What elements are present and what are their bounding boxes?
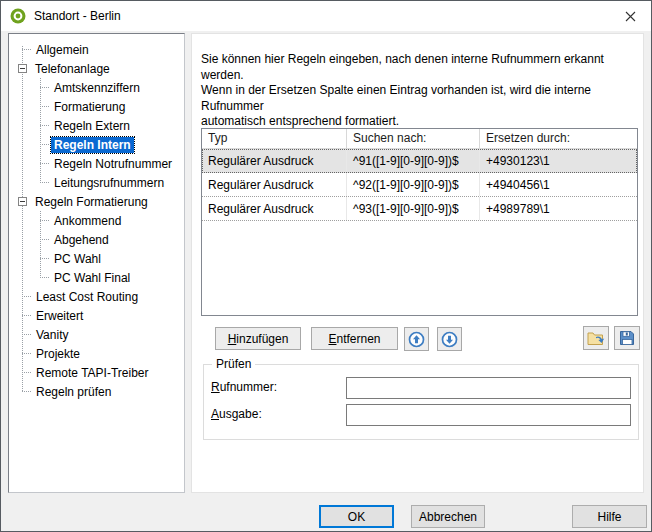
tree-item-remote-tapi-treiber[interactable]: Remote TAPI-Treiber xyxy=(9,363,184,382)
tree-connector xyxy=(40,106,49,107)
open-folder-icon xyxy=(587,330,605,346)
description-text: Sie können hier Regeln eingeben, nach de… xyxy=(201,52,639,130)
save-rules-button[interactable] xyxy=(614,326,640,350)
tree-item-abgehend[interactable]: Abgehend xyxy=(9,230,184,249)
title-bar: Standort - Berlin xyxy=(1,1,651,31)
tree-collapse-toggle[interactable] xyxy=(18,64,27,73)
description-line: Sie können hier Regeln eingeben, nach de… xyxy=(201,52,639,83)
column-header-ersetzen-durch[interactable]: Ersetzen durch: xyxy=(480,129,637,149)
up-arrow-icon xyxy=(408,331,425,348)
tree-item-allgemein[interactable]: Allgemein xyxy=(9,40,184,59)
tree-connector xyxy=(22,334,31,335)
table-header: Typ Suchen nach: Ersetzen durch: xyxy=(202,129,637,149)
dialog-standort-berlin: Standort - Berlin Allgemein Telefonanlag… xyxy=(0,0,652,532)
settings-tree: Allgemein Telefonanlage Amtskennziffern … xyxy=(8,33,185,493)
close-icon xyxy=(625,11,636,22)
rules-table: Typ Suchen nach: Ersetzen durch: Regulär… xyxy=(201,128,638,316)
cell-typ: Regulärer Ausdruck xyxy=(202,149,347,172)
tree-connector xyxy=(40,258,49,259)
tree-item-erweitert[interactable]: Erweitert xyxy=(9,306,184,325)
cell-typ: Regulärer Ausdruck xyxy=(202,197,347,220)
cell-typ: Regulärer Ausdruck xyxy=(202,173,347,196)
tree-connector xyxy=(22,315,31,316)
ausgabe-label: Ausgabe: xyxy=(211,403,262,423)
column-header-suchen-nach[interactable]: Suchen nach: xyxy=(347,129,480,149)
rufnummer-label: Rufnummer: xyxy=(211,376,277,396)
tree-item-regeln-notrufnummer[interactable]: Regeln Notrufnummer xyxy=(9,154,184,173)
remove-button[interactable]: Entfernen xyxy=(311,327,398,350)
tree-connector xyxy=(40,277,49,278)
tree-item-regeln-formatierung[interactable]: Regeln Formatierung xyxy=(9,192,184,211)
description-line: Wenn in der Ersetzen Spalte einen Eintra… xyxy=(201,83,639,114)
table-row[interactable]: Regulärer Ausdruck ^93([1-9][0-9][0-9])$… xyxy=(202,197,637,221)
cell-suchen: ^92([1-9][0-9][0-9])$ xyxy=(347,173,480,196)
tree-connector xyxy=(22,391,31,392)
tree-connector xyxy=(40,125,49,126)
save-floppy-icon xyxy=(619,330,635,346)
tree-item-amtskennziffern[interactable]: Amtskennziffern xyxy=(9,78,184,97)
ok-button[interactable]: OK xyxy=(319,505,394,528)
tree-item-regeln-intern-selected[interactable]: Regeln Intern xyxy=(9,135,184,154)
window-title: Standort - Berlin xyxy=(34,9,121,23)
tree-item-projekte[interactable]: Projekte xyxy=(9,344,184,363)
groupbox-title: Prüfen xyxy=(212,357,255,371)
table-row[interactable]: Regulärer Ausdruck ^92([1-9][0-9][0-9])$… xyxy=(202,173,637,197)
tree-item-leitungsrufnummern[interactable]: Leitungsrufnummern xyxy=(9,173,184,192)
tree-item-least-cost-routing[interactable]: Least Cost Routing xyxy=(9,287,184,306)
cell-ersetzen: +4930123\1 xyxy=(480,149,637,172)
down-arrow-icon xyxy=(441,331,458,348)
ausgabe-input[interactable] xyxy=(346,404,631,426)
cancel-button[interactable]: Abbrechen xyxy=(411,505,485,528)
tree-item-formatierung[interactable]: Formatierung xyxy=(9,97,184,116)
tree-connector xyxy=(40,182,49,183)
tree-item-telefonanlage[interactable]: Telefonanlage xyxy=(9,59,184,78)
column-header-typ[interactable]: Typ xyxy=(202,129,347,149)
app-icon xyxy=(10,8,26,24)
tree-connector xyxy=(22,372,31,373)
tree-connector xyxy=(40,163,49,164)
add-button[interactable]: Hinzufügen xyxy=(215,327,301,350)
tree-item-regeln-extern[interactable]: Regeln Extern xyxy=(9,116,184,135)
tree-connector xyxy=(22,49,31,50)
tree-connector xyxy=(22,353,31,354)
import-rules-button[interactable] xyxy=(583,326,609,350)
tree-connector xyxy=(22,296,31,297)
cell-suchen: ^91([1-9][0-9][0-9])$ xyxy=(347,149,480,172)
tree-item-pc-wahl[interactable]: PC Wahl xyxy=(9,249,184,268)
cell-ersetzen: +4940456\1 xyxy=(480,173,637,196)
rufnummer-input[interactable] xyxy=(346,377,631,399)
table-row-selected[interactable]: Regulärer Ausdruck ^91([1-9][0-9][0-9])$… xyxy=(202,149,637,173)
tree-connector xyxy=(40,144,49,145)
tree-item-pc-wahl-final[interactable]: PC Wahl Final xyxy=(9,268,184,287)
cell-suchen: ^93([1-9][0-9][0-9])$ xyxy=(347,197,480,220)
move-up-button[interactable] xyxy=(404,327,429,351)
tree-item-ankommend[interactable]: Ankommend xyxy=(9,211,184,230)
tree-connector xyxy=(40,87,49,88)
tree-collapse-toggle[interactable] xyxy=(18,197,27,206)
tree-connector xyxy=(40,220,49,221)
help-button[interactable]: Hilfe xyxy=(572,505,647,528)
tree-connector xyxy=(40,239,49,240)
cell-ersetzen: +4989789\1 xyxy=(480,197,637,220)
tree-item-vanity[interactable]: Vanity xyxy=(9,325,184,344)
tree-item-regeln-pruefen[interactable]: Regeln prüfen xyxy=(9,382,184,401)
move-down-button[interactable] xyxy=(437,327,462,351)
close-button[interactable] xyxy=(616,4,644,28)
